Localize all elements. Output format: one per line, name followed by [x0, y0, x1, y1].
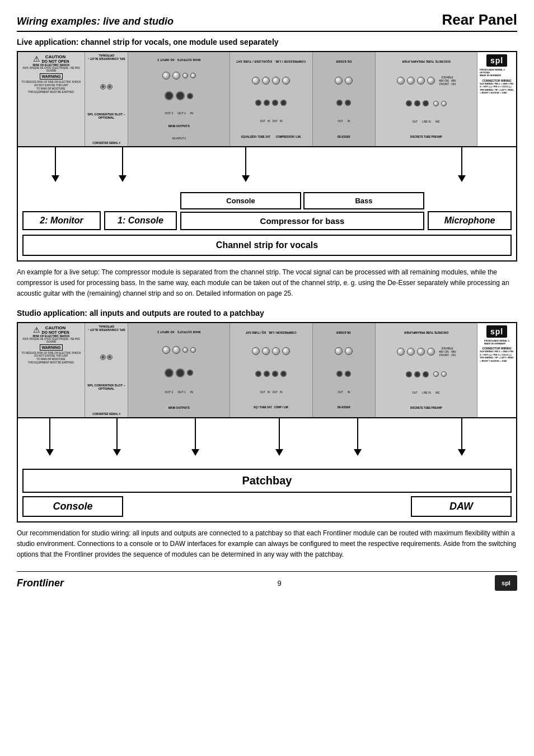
studio-spl-section: spl FRONTLINER SERIAL # MADE IN GERMANY …: [477, 323, 516, 417]
preamp-label: DISCRETE TUBE PREAMP: [410, 136, 442, 138]
studio-preamp-section: DISCRETE TUBE PREAMPLIFIER DISABLE48V ON…: [376, 323, 477, 417]
studio-knob-sw2: [441, 371, 447, 377]
studio-jack-d-out: [336, 371, 343, 377]
studio-knob-p4: [427, 348, 435, 356]
studio-screw-2: ⊕: [107, 354, 113, 360]
studio-knob-sw1: [433, 371, 439, 377]
xlr-wiring-text: XLR WIRING: PIN 1 = GND / PIN 2 = HOT (+…: [480, 82, 514, 95]
studio-jack-c-out: [272, 371, 278, 377]
knob-main-2: [172, 72, 180, 80]
warning-box: WARNING: [40, 73, 63, 80]
knob-pre-1: [397, 77, 405, 85]
studio-knob-p3: [417, 348, 425, 356]
console-bass-row: Console Bass: [180, 192, 424, 209]
microphone-box: Microphone: [428, 211, 512, 230]
footer-spl-logo: spl: [495, 575, 517, 591]
arrow-console: [119, 147, 127, 182]
disable-label: DISABLE48V ON 48VFRONT ON: [439, 76, 456, 86]
studio-spacer: [127, 496, 407, 517]
channel-strip-box: Channel strip for vocals: [22, 235, 512, 256]
page-header: Wiring examples: live and studio Rear Pa…: [17, 11, 517, 32]
studio-arrow-2: [113, 418, 121, 456]
knob-pre-4: [427, 77, 435, 85]
studio-jack-p-mic: [423, 371, 429, 377]
studio-de-esser: DE-ESSER OUTIN DE-ESSER: [313, 323, 376, 417]
studio-preamp-bottom-labels: OUTLINE INMIC: [413, 391, 441, 394]
studio-bottom-row: Console DAW: [22, 496, 512, 517]
caution-avis: AVIS: RISQUE DE CHOC ÉLECTRIQUE - NE PAS…: [20, 67, 82, 72]
studio-knob-e1: [252, 347, 260, 355]
studio-arrow-3: [191, 418, 199, 456]
studio-preamp-top: DISCRETE TUBE PREAMPLIFIER: [404, 331, 448, 334]
arrow-microphone: [458, 147, 466, 182]
main-outputs-label: MAIN OUTPUTS: [168, 124, 190, 128]
de-esser-label-top: DE-ESSER: [336, 60, 352, 63]
page-title: Wiring examples: live and studio: [17, 16, 174, 27]
frontliner-serial: FRONTLINER SERIAL # OPTIONS MADE IN GERM…: [480, 68, 514, 77]
knob-pre-2: [407, 77, 415, 85]
studio-arrow-6: [458, 418, 466, 456]
screw-1: ⊕: [100, 84, 106, 90]
studio-knob-m1: [162, 346, 170, 354]
studio-converter-section: SPL CONVERTER SLOT – OPTIONAL ⊕ ⊕ SPL CO…: [85, 323, 128, 417]
knob-eq-2: [262, 77, 270, 85]
studio-caution-section: ⚠ CAUTION DO NOT OPEN RISK OF ELECTRIC S…: [18, 323, 85, 417]
studio-jack-e-in: [264, 371, 270, 377]
studio-arrows-area: [18, 418, 516, 469]
jack-eq-in: [264, 100, 270, 106]
studio-caution-title: CAUTION: [41, 325, 69, 330]
studio-knob-e3: [272, 347, 280, 355]
preamp-bottom-labels: OUTLINE INMIC: [413, 120, 441, 123]
studio-knob-d1: [335, 347, 343, 355]
studio-console-box: Console: [22, 496, 123, 517]
center-labels: Console Bass Compressor for bass: [180, 192, 424, 230]
studio-jack-p-line: [414, 371, 420, 377]
studio-jack-e-out: [255, 371, 261, 377]
main-label-bottom: OUT 2OUT 1IN: [165, 111, 193, 115]
knob-main-4: [190, 73, 196, 78]
eq-bottom-labels: OUTINOUTIN: [260, 120, 282, 123]
channel-strip-area: Channel strip for vocals: [22, 235, 512, 256]
studio-caution-avis: AVIS: RISQUE DE CHOC ÉLECTRIQUE - NE PAS…: [20, 338, 82, 343]
knob-main-1: [162, 72, 170, 80]
caution-icon: ⚠: [33, 54, 40, 63]
studio-knob-e4: [282, 347, 290, 355]
studio-jack-out1: [176, 368, 185, 377]
jack-out1: [176, 91, 185, 100]
studio-main-outputs-label: MAIN OUTPUTS: [168, 406, 190, 409]
section-title: Rear Panel: [442, 11, 517, 29]
jack-out2: [165, 91, 174, 100]
studio-main-label-top: MAIN OUTPUTS AD INPUT 2: [157, 330, 200, 334]
converter-section: SPL CONVERTER SLOT – OPTIONAL ⊕ ⊕ SPL CO…: [85, 52, 128, 146]
patchbay-box: Patchbay: [22, 469, 512, 493]
knob-de-1: [335, 77, 343, 85]
live-section-heading: Live application: channel strip for voca…: [17, 38, 517, 46]
studio-frontliner-serial: FRONTLINER SERIAL # MADE IN GERMANY: [484, 339, 509, 345]
bass-small-box: Bass: [303, 192, 424, 209]
spl-logo: spl: [486, 54, 507, 67]
knob-eq-3: [272, 77, 280, 85]
equalizer-section: COMPRESSOR / LIM. EQUALIZER / TUBE SAT O…: [230, 52, 312, 146]
caution-section: ⚠ CAUTION DO NOT OPEN RISK OF ELECTRIC S…: [18, 52, 85, 146]
studio-caution-subtitle: DO NOT OPEN: [41, 330, 69, 334]
studio-xlr-wiring: XLR WIRING: PIN 1 = GND / PIN 2 = HOT (+…: [480, 350, 514, 362]
studio-diagram-box: ⚠ CAUTION DO NOT OPEN RISK OF ELECTRIC S…: [17, 322, 517, 522]
studio-eq-bottom-labels: OUTINOUTIN: [260, 391, 282, 394]
studio-warning-label: WARNING: [42, 346, 61, 349]
studio-screw-1: ⊕: [100, 354, 106, 360]
studio-knob-p2: [407, 348, 415, 356]
studio-eq-labels: EQ / TUBE SAT COMP / LIM.: [254, 406, 288, 409]
studio-daw-box: DAW: [411, 496, 512, 517]
live-rear-panel: ⚠ CAUTION DO NOT OPEN RISK OF ELECTRIC S…: [18, 52, 516, 147]
compressor-for-bass-box: Compressor for bass: [180, 212, 424, 230]
page-footer: Frontliner 9 spl: [17, 571, 517, 591]
jack-pre-out: [406, 100, 412, 106]
studio-arrow-5: [354, 418, 362, 456]
console-small-box: Console: [180, 192, 301, 209]
screw-2: ⊕: [107, 84, 113, 90]
knob-pre-3: [417, 77, 425, 85]
monitor-box: 2: Monitor: [22, 211, 101, 230]
footer-page-number: 9: [277, 579, 281, 587]
converter-serial: CONVERTER SERIAL #: [92, 142, 120, 144]
eq-section-labels: EQUALIZER / TUBE SATCOMPRESSOR / LIM.: [241, 136, 301, 138]
